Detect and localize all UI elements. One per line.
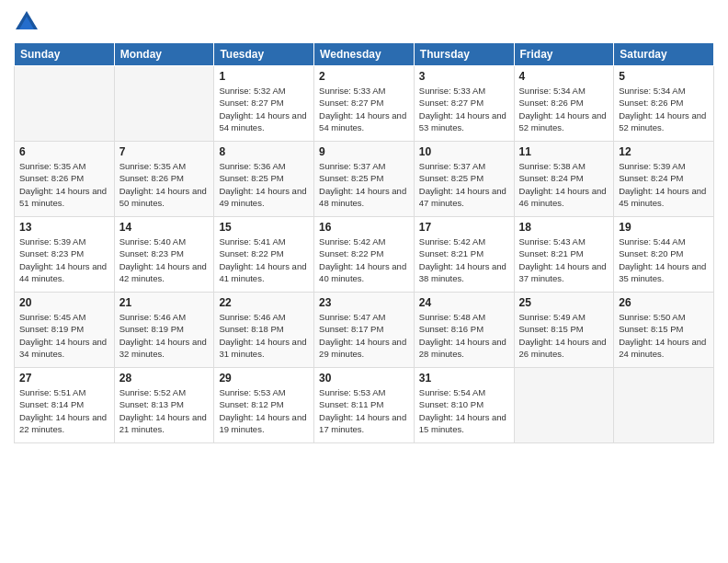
day-number: 6 [19, 145, 109, 158]
day-cell: 19Sunrise: 5:44 AMSunset: 8:20 PMDayligh… [614, 217, 714, 293]
day-cell: 21Sunrise: 5:46 AMSunset: 8:19 PMDayligh… [114, 293, 214, 368]
day-number: 2 [319, 70, 409, 83]
day-number: 24 [419, 296, 509, 309]
day-info: Sunrise: 5:52 AMSunset: 8:13 PMDaylight:… [119, 386, 210, 435]
day-number: 4 [519, 70, 609, 83]
day-number: 15 [219, 221, 309, 234]
day-number: 17 [419, 221, 509, 234]
logo [14, 9, 43, 35]
day-info: Sunrise: 5:42 AMSunset: 8:21 PMDaylight:… [419, 236, 509, 284]
weekday-monday: Monday [114, 43, 214, 66]
week-row-4: 20Sunrise: 5:45 AMSunset: 8:19 PMDayligh… [15, 293, 714, 368]
day-info: Sunrise: 5:50 AMSunset: 8:15 PMDaylight:… [619, 311, 709, 360]
day-info: Sunrise: 5:39 AMSunset: 8:23 PMDaylight:… [19, 236, 109, 284]
day-cell: 9Sunrise: 5:37 AMSunset: 8:25 PMDaylight… [314, 142, 415, 217]
day-number: 22 [219, 296, 309, 309]
day-info: Sunrise: 5:47 AMSunset: 8:17 PMDaylight:… [319, 311, 409, 360]
day-info: Sunrise: 5:37 AMSunset: 8:25 PMDaylight:… [419, 160, 509, 209]
day-info: Sunrise: 5:34 AMSunset: 8:26 PMDaylight:… [619, 85, 709, 133]
day-info: Sunrise: 5:53 AMSunset: 8:12 PMDaylight:… [219, 386, 309, 435]
day-cell: 29Sunrise: 5:53 AMSunset: 8:12 PMDayligh… [214, 368, 314, 443]
day-number: 11 [519, 145, 609, 158]
day-info: Sunrise: 5:38 AMSunset: 8:24 PMDaylight:… [519, 160, 609, 209]
day-cell: 13Sunrise: 5:39 AMSunset: 8:23 PMDayligh… [15, 217, 115, 293]
day-number: 8 [219, 145, 309, 158]
weekday-header-row: SundayMondayTuesdayWednesdayThursdayFrid… [15, 43, 714, 66]
day-cell [114, 66, 214, 142]
day-number: 26 [619, 296, 709, 309]
weekday-thursday: Thursday [414, 43, 514, 66]
day-cell: 16Sunrise: 5:42 AMSunset: 8:22 PMDayligh… [314, 217, 415, 293]
day-cell: 2Sunrise: 5:33 AMSunset: 8:27 PMDaylight… [314, 66, 415, 142]
day-cell: 24Sunrise: 5:48 AMSunset: 8:16 PMDayligh… [414, 293, 514, 368]
day-number: 23 [319, 296, 409, 309]
day-info: Sunrise: 5:37 AMSunset: 8:25 PMDaylight:… [319, 160, 409, 209]
day-number: 12 [619, 145, 709, 158]
day-cell: 18Sunrise: 5:43 AMSunset: 8:21 PMDayligh… [514, 217, 614, 293]
day-cell: 8Sunrise: 5:36 AMSunset: 8:25 PMDaylight… [214, 142, 314, 217]
day-cell: 17Sunrise: 5:42 AMSunset: 8:21 PMDayligh… [414, 217, 514, 293]
day-number: 19 [619, 221, 709, 234]
day-cell: 12Sunrise: 5:39 AMSunset: 8:24 PMDayligh… [614, 142, 714, 217]
day-info: Sunrise: 5:54 AMSunset: 8:10 PMDaylight:… [419, 386, 509, 435]
day-number: 10 [419, 145, 509, 158]
day-info: Sunrise: 5:49 AMSunset: 8:15 PMDaylight:… [519, 311, 609, 360]
week-row-3: 13Sunrise: 5:39 AMSunset: 8:23 PMDayligh… [15, 217, 714, 293]
day-cell: 23Sunrise: 5:47 AMSunset: 8:17 PMDayligh… [314, 293, 415, 368]
day-number: 18 [519, 221, 609, 234]
day-number: 27 [19, 372, 109, 385]
day-cell: 1Sunrise: 5:32 AMSunset: 8:27 PMDaylight… [214, 66, 314, 142]
day-number: 21 [119, 296, 210, 309]
weekday-saturday: Saturday [614, 43, 714, 66]
page: SundayMondayTuesdayWednesdayThursdayFrid… [0, 0, 728, 563]
day-info: Sunrise: 5:34 AMSunset: 8:26 PMDaylight:… [519, 85, 609, 133]
day-number: 16 [319, 221, 409, 234]
day-cell [15, 66, 115, 142]
day-cell: 10Sunrise: 5:37 AMSunset: 8:25 PMDayligh… [414, 142, 514, 217]
day-cell: 22Sunrise: 5:46 AMSunset: 8:18 PMDayligh… [214, 293, 314, 368]
day-cell [514, 368, 614, 443]
day-cell: 15Sunrise: 5:41 AMSunset: 8:22 PMDayligh… [214, 217, 314, 293]
day-info: Sunrise: 5:53 AMSunset: 8:11 PMDaylight:… [319, 386, 409, 435]
day-cell: 14Sunrise: 5:40 AMSunset: 8:23 PMDayligh… [114, 217, 214, 293]
day-cell: 27Sunrise: 5:51 AMSunset: 8:14 PMDayligh… [15, 368, 115, 443]
day-cell: 26Sunrise: 5:50 AMSunset: 8:15 PMDayligh… [614, 293, 714, 368]
day-cell: 6Sunrise: 5:35 AMSunset: 8:26 PMDaylight… [15, 142, 115, 217]
day-cell: 4Sunrise: 5:34 AMSunset: 8:26 PMDaylight… [514, 66, 614, 142]
day-info: Sunrise: 5:45 AMSunset: 8:19 PMDaylight:… [19, 311, 109, 360]
day-cell: 31Sunrise: 5:54 AMSunset: 8:10 PMDayligh… [414, 368, 514, 443]
day-cell: 20Sunrise: 5:45 AMSunset: 8:19 PMDayligh… [15, 293, 115, 368]
day-info: Sunrise: 5:48 AMSunset: 8:16 PMDaylight:… [419, 311, 509, 360]
day-number: 5 [619, 70, 709, 83]
day-number: 3 [419, 70, 509, 83]
header [14, 9, 714, 35]
day-info: Sunrise: 5:33 AMSunset: 8:27 PMDaylight:… [319, 85, 409, 133]
day-info: Sunrise: 5:41 AMSunset: 8:22 PMDaylight:… [219, 236, 309, 284]
day-cell: 11Sunrise: 5:38 AMSunset: 8:24 PMDayligh… [514, 142, 614, 217]
week-row-5: 27Sunrise: 5:51 AMSunset: 8:14 PMDayligh… [15, 368, 714, 443]
day-number: 29 [219, 372, 309, 385]
day-number: 13 [19, 221, 109, 234]
weekday-sunday: Sunday [15, 43, 115, 66]
day-info: Sunrise: 5:35 AMSunset: 8:26 PMDaylight:… [119, 160, 210, 209]
day-info: Sunrise: 5:51 AMSunset: 8:14 PMDaylight:… [19, 386, 109, 435]
calendar: SundayMondayTuesdayWednesdayThursdayFrid… [14, 42, 714, 443]
day-cell: 25Sunrise: 5:49 AMSunset: 8:15 PMDayligh… [514, 293, 614, 368]
week-row-1: 1Sunrise: 5:32 AMSunset: 8:27 PMDaylight… [15, 66, 714, 142]
day-info: Sunrise: 5:44 AMSunset: 8:20 PMDaylight:… [619, 236, 709, 284]
day-cell: 5Sunrise: 5:34 AMSunset: 8:26 PMDaylight… [614, 66, 714, 142]
day-info: Sunrise: 5:33 AMSunset: 8:27 PMDaylight:… [419, 85, 509, 133]
weekday-wednesday: Wednesday [314, 43, 415, 66]
day-info: Sunrise: 5:43 AMSunset: 8:21 PMDaylight:… [519, 236, 609, 284]
day-info: Sunrise: 5:40 AMSunset: 8:23 PMDaylight:… [119, 236, 210, 284]
day-cell: 3Sunrise: 5:33 AMSunset: 8:27 PMDaylight… [414, 66, 514, 142]
day-info: Sunrise: 5:32 AMSunset: 8:27 PMDaylight:… [219, 85, 309, 133]
day-number: 31 [419, 372, 509, 385]
day-number: 25 [519, 296, 609, 309]
weekday-friday: Friday [514, 43, 614, 66]
day-info: Sunrise: 5:46 AMSunset: 8:18 PMDaylight:… [219, 311, 309, 360]
day-info: Sunrise: 5:39 AMSunset: 8:24 PMDaylight:… [619, 160, 709, 209]
day-cell: 28Sunrise: 5:52 AMSunset: 8:13 PMDayligh… [114, 368, 214, 443]
day-info: Sunrise: 5:36 AMSunset: 8:25 PMDaylight:… [219, 160, 309, 209]
day-number: 28 [119, 372, 210, 385]
